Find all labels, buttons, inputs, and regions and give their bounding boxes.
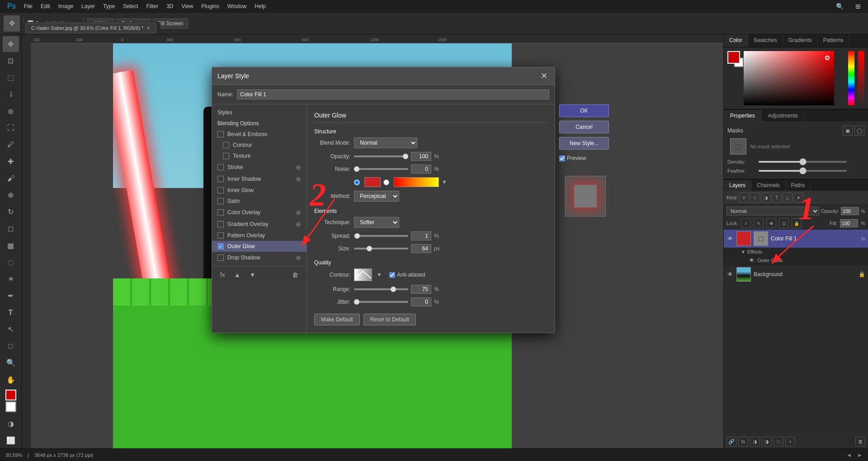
size-value[interactable] bbox=[411, 244, 431, 253]
reset-to-default-button[interactable]: Reset to Default bbox=[363, 314, 416, 325]
dialog-body: Styles Blending Options Bevel & Emboss bbox=[212, 104, 555, 333]
inner-shadow-item[interactable]: Inner Shadow ⊕ bbox=[212, 173, 307, 185]
quality-subsection: Quality bbox=[314, 259, 547, 266]
dialog-close-button[interactable]: ✕ bbox=[539, 71, 549, 81]
color-overlay-check[interactable] bbox=[217, 209, 224, 216]
contour-picker[interactable] bbox=[354, 268, 372, 281]
drop-shadow-label: Drop Shadow bbox=[227, 254, 260, 261]
dialog-left-panel: Styles Blending Options Bevel & Emboss bbox=[212, 104, 307, 333]
name-input[interactable] bbox=[237, 89, 549, 99]
contour-check[interactable] bbox=[223, 142, 229, 148]
method-select[interactable]: Perceptual bbox=[354, 191, 399, 202]
structure-subsection: Structure bbox=[314, 128, 547, 135]
pattern-overlay-item[interactable]: Pattern Overlay bbox=[212, 230, 307, 241]
size-slider[interactable] bbox=[354, 248, 408, 249]
satin-item[interactable]: Satin bbox=[212, 196, 307, 207]
dialog-name-row: Name: bbox=[212, 85, 555, 104]
spread-slider[interactable] bbox=[354, 235, 408, 237]
spread-label: Spread: bbox=[314, 233, 350, 239]
stroke-add[interactable]: ⊕ bbox=[296, 164, 301, 171]
solid-radio-input[interactable] bbox=[354, 179, 360, 185]
noise-slider-wrap: % bbox=[354, 165, 439, 174]
texture-item[interactable]: Texture bbox=[212, 151, 307, 161]
blending-options-label: Blending Options bbox=[217, 120, 259, 127]
gradient-radio bbox=[383, 179, 391, 185]
contour-row: Contour: ▼ Anti-aliased bbox=[314, 268, 547, 281]
noise-slider[interactable] bbox=[354, 168, 408, 170]
bevel-check[interactable] bbox=[217, 131, 224, 137]
preview-checkbox[interactable] bbox=[559, 155, 565, 161]
texture-check[interactable] bbox=[223, 153, 229, 159]
bevel-emboss-item[interactable]: Bevel & Emboss bbox=[212, 129, 307, 140]
move-down-button[interactable]: ▼ bbox=[247, 270, 259, 279]
technique-row: Technique: Softer bbox=[314, 217, 547, 228]
method-label: Method: bbox=[314, 193, 350, 199]
outer-glow-check[interactable]: ✓ bbox=[217, 243, 224, 249]
technique-label: Technique: bbox=[314, 219, 350, 226]
noise-value[interactable] bbox=[411, 165, 431, 174]
opacity-value-outer[interactable] bbox=[411, 152, 431, 161]
jitter-label: Jitter: bbox=[314, 299, 350, 305]
inner-glow-check[interactable] bbox=[217, 187, 224, 193]
color-overlay-item[interactable]: Color Overlay ⊕ bbox=[212, 207, 307, 218]
jitter-value[interactable] bbox=[411, 297, 431, 306]
jitter-slider[interactable] bbox=[354, 301, 408, 303]
gradient-overlay-check[interactable] bbox=[217, 221, 224, 227]
outer-glow-item[interactable]: ✓ Outer Glow bbox=[212, 241, 307, 252]
spread-value[interactable] bbox=[411, 231, 431, 240]
gradient-overlay-add[interactable]: ⊕ bbox=[296, 221, 301, 228]
preview-checkbox-wrap: Preview bbox=[559, 153, 611, 163]
range-percent: % bbox=[434, 286, 439, 292]
stroke-check[interactable] bbox=[217, 164, 224, 170]
jitter-row: Jitter: % bbox=[314, 297, 547, 306]
bevel-label: Bevel & Emboss bbox=[227, 131, 267, 137]
blend-mode-select-outer[interactable]: Normal bbox=[354, 137, 417, 148]
technique-select[interactable]: Softer bbox=[354, 217, 399, 228]
anti-alias-checkbox[interactable] bbox=[389, 272, 395, 278]
satin-label: Satin bbox=[227, 198, 240, 204]
drop-shadow-item[interactable]: Drop Shadow ⊕ bbox=[212, 252, 307, 263]
gradient-overlay-item[interactable]: Gradient Overlay ⊕ bbox=[212, 218, 307, 230]
new-style-button[interactable]: New Style... bbox=[559, 137, 609, 150]
jitter-slider-wrap: % bbox=[354, 297, 439, 306]
inner-shadow-label: Inner Shadow bbox=[227, 176, 261, 182]
cancel-button[interactable]: Cancel bbox=[559, 121, 609, 133]
contour-item[interactable]: Contour bbox=[212, 140, 307, 151]
range-value[interactable] bbox=[411, 285, 431, 294]
drop-shadow-check[interactable] bbox=[217, 254, 224, 261]
drop-shadow-add[interactable]: ⊕ bbox=[296, 254, 301, 261]
preview-label: Preview bbox=[567, 155, 586, 161]
range-slider[interactable] bbox=[354, 288, 408, 290]
blending-options-item[interactable]: Blending Options bbox=[212, 118, 307, 129]
inner-shadow-check[interactable] bbox=[217, 176, 224, 182]
color-overlay-label: Color Overlay bbox=[227, 209, 260, 216]
glow-color-swatch[interactable] bbox=[364, 177, 381, 187]
gradient-arrow[interactable]: ▼ bbox=[442, 179, 447, 185]
ok-button[interactable]: OK bbox=[559, 104, 609, 117]
gradient-radio-input[interactable] bbox=[383, 179, 389, 185]
elements-subsection: Elements bbox=[314, 208, 547, 214]
pattern-overlay-check[interactable] bbox=[217, 232, 224, 239]
opacity-slider-outer[interactable] bbox=[354, 155, 408, 157]
styles-item[interactable]: Styles bbox=[212, 107, 307, 118]
inner-shadow-add[interactable]: ⊕ bbox=[296, 175, 301, 183]
blend-mode-row-outer: Blend Mode: Normal bbox=[314, 137, 547, 148]
size-slider-wrap: px bbox=[354, 244, 440, 253]
inner-glow-item[interactable]: Inner Glow bbox=[212, 185, 307, 196]
color-overlay-add[interactable]: ⊕ bbox=[296, 209, 301, 216]
gradient-overlay-label: Gradient Overlay bbox=[227, 221, 269, 227]
size-unit: px bbox=[434, 245, 440, 252]
contour-dropdown-arrow[interactable]: ▼ bbox=[377, 272, 382, 278]
anti-alias-text: Anti-aliased bbox=[397, 272, 425, 278]
fx-button[interactable]: fx bbox=[217, 270, 228, 279]
move-up-button[interactable]: ▲ bbox=[231, 270, 243, 279]
delete-style-button[interactable]: 🗑 bbox=[289, 270, 301, 279]
spread-percent: % bbox=[434, 233, 439, 239]
jitter-percent: % bbox=[434, 299, 439, 305]
stroke-item[interactable]: Stroke ⊕ bbox=[212, 161, 307, 173]
opacity-slider-wrap: % bbox=[354, 152, 439, 161]
make-default-button[interactable]: Make Default bbox=[314, 314, 360, 325]
glow-gradient-swatch[interactable] bbox=[394, 177, 439, 187]
satin-check[interactable] bbox=[217, 198, 224, 204]
stroke-label: Stroke bbox=[227, 164, 243, 170]
